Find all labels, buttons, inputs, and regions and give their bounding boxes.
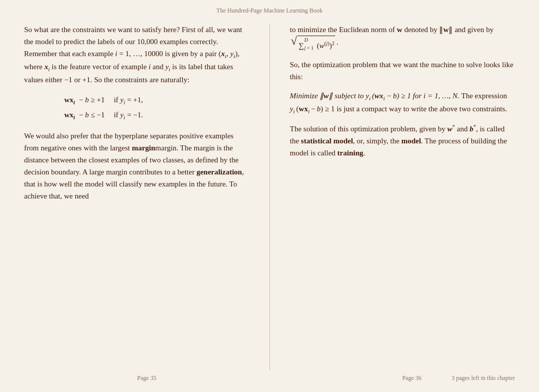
eq-row-2: wxi − b ≤ −1 if yi = −1. <box>64 109 249 122</box>
eq-row-1: wxi − b ≥ +1 if yi = +1, <box>64 94 249 107</box>
left-para-2: We would also prefer that the hyperplane… <box>24 130 249 202</box>
page-header: The Hundred-Page Machine Learning Book <box>0 0 539 19</box>
eq1-lhs: wxi <box>64 94 75 107</box>
book-title: The Hundred-Page Machine Learning Book <box>0 0 539 19</box>
footer: Page 35 Page 36 3 pages left in this cha… <box>0 369 539 387</box>
content-area: So what are the constraints we want to s… <box>0 19 539 370</box>
footer-right-area: Page 36 3 pages left in this chapter <box>270 374 515 382</box>
eq1-if: if yi = +1, <box>114 94 143 107</box>
sqrt-symbol: √ <box>291 36 297 47</box>
eq1-op: − b ≥ +1 <box>77 94 104 106</box>
page-35-label: Page 35 <box>137 374 156 381</box>
eq2-lhs: wxi <box>64 109 75 122</box>
right-para-1: to minimize the Euclidean norm of w deno… <box>290 24 515 52</box>
column-divider <box>270 24 270 370</box>
sqrt-expression: √ ∑ D j = 1 (w(j))2 <box>291 36 336 52</box>
right-column: to minimize the Euclidean norm of w deno… <box>290 24 515 370</box>
eq2-op: − b ≤ −1 <box>77 109 104 121</box>
left-column: So what are the constraints we want to s… <box>24 24 249 370</box>
sqrt-content: ∑ D j = 1 (w(j))2 <box>298 36 336 52</box>
right-para-3-italic: Minimize ‖w‖ subject to yi (wxi − b) ≥ 1… <box>290 90 515 116</box>
left-para-1: So what are the constraints we want to s… <box>24 24 249 86</box>
pages-remaining: 3 pages left in this chapter <box>452 374 515 382</box>
right-para-4: The solution of this optimization proble… <box>290 123 515 159</box>
footer-left-page: Page 35 <box>24 374 270 382</box>
eq2-if: if yi = −1. <box>114 109 143 122</box>
right-para-2: So, the optimization problem that we wan… <box>290 59 515 83</box>
page-36-label: Page 36 <box>402 374 421 382</box>
equation-block: wxi − b ≥ +1 if yi = +1, wxi − b ≤ −1 if… <box>64 94 249 122</box>
